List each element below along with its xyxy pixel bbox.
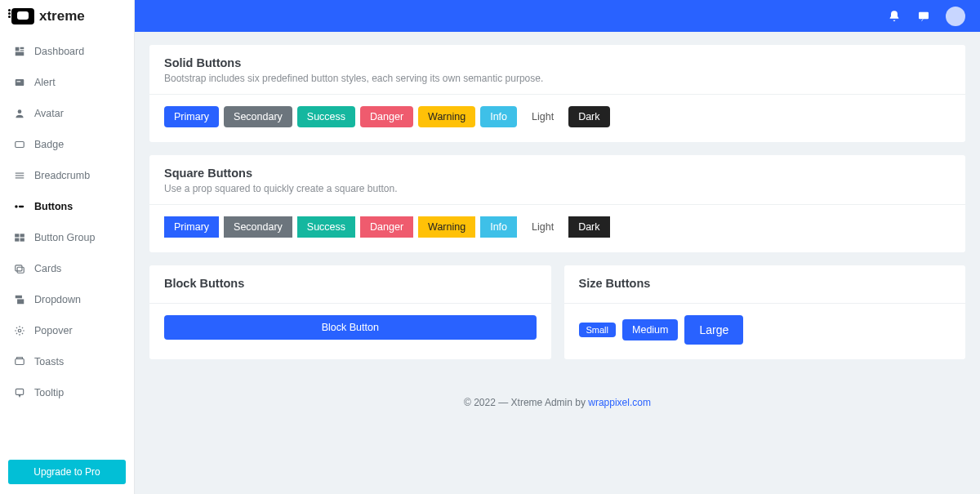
card-title: Block Buttons bbox=[164, 277, 537, 290]
svg-rect-3 bbox=[16, 52, 24, 56]
brand-logo-icon bbox=[11, 8, 34, 24]
sidebar-item-breadcrumb[interactable]: Breadcrumb bbox=[0, 160, 134, 191]
square-warning-button[interactable]: Warning bbox=[418, 216, 475, 238]
tooltip-icon bbox=[13, 386, 26, 399]
upgrade-button[interactable]: Upgrade to Pro bbox=[8, 460, 126, 484]
footer-text: © 2022 — Xtreme Admin by bbox=[464, 397, 588, 408]
svg-rect-13 bbox=[15, 234, 19, 237]
sidebar-item-buttons[interactable]: Buttons bbox=[0, 191, 134, 222]
user-avatar[interactable] bbox=[946, 7, 965, 26]
solid-warning-button[interactable]: Warning bbox=[418, 106, 475, 127]
svg-point-6 bbox=[18, 109, 22, 113]
card-solid-buttons: Solid Buttons Bootstrap includes six pre… bbox=[149, 45, 965, 142]
square-light-button[interactable]: Light bbox=[522, 216, 564, 238]
svg-rect-12 bbox=[19, 206, 24, 207]
sidebar-item-label: Tooltip bbox=[34, 387, 64, 398]
sidebar-item-cards[interactable]: Cards bbox=[0, 253, 134, 284]
svg-rect-2 bbox=[20, 50, 24, 51]
svg-rect-17 bbox=[16, 265, 22, 271]
main-content: Solid Buttons Bootstrap includes six pre… bbox=[135, 32, 980, 494]
sidebar-nav: Dashboard Alert Avatar Badge Breadcrumb … bbox=[0, 33, 134, 453]
sidebar-item-label: Cards bbox=[34, 263, 61, 274]
dropdown-icon bbox=[13, 293, 26, 306]
sidebar-item-avatar[interactable]: Avatar bbox=[0, 98, 134, 129]
svg-rect-20 bbox=[17, 299, 24, 304]
sidebar-item-toasts[interactable]: Toasts bbox=[0, 346, 134, 377]
footer-link[interactable]: wrappixel.com bbox=[588, 397, 651, 408]
card-size-buttons: Size Buttons Small Medium Large bbox=[564, 265, 966, 359]
sidebar-item-dashboard[interactable]: Dashboard bbox=[0, 36, 134, 67]
svg-rect-18 bbox=[17, 267, 24, 273]
square-success-button[interactable]: Success bbox=[297, 216, 355, 238]
sidebar-item-label: Breadcrumb bbox=[34, 170, 90, 181]
svg-rect-1 bbox=[20, 47, 24, 49]
size-large-button[interactable]: Large bbox=[684, 315, 743, 345]
size-medium-button[interactable]: Medium bbox=[622, 319, 678, 340]
badge-icon bbox=[13, 138, 26, 151]
sidebar-item-label: Alert bbox=[34, 77, 56, 88]
svg-rect-9 bbox=[16, 175, 24, 176]
solid-light-button[interactable]: Light bbox=[522, 106, 564, 127]
sidebar-item-label: Dashboard bbox=[34, 46, 84, 57]
square-secondary-button[interactable]: Secondary bbox=[224, 216, 292, 238]
svg-rect-19 bbox=[16, 296, 22, 299]
svg-rect-4 bbox=[16, 79, 24, 86]
notifications-icon[interactable] bbox=[887, 9, 902, 24]
brand[interactable]: xtreme bbox=[0, 0, 134, 33]
card-square-buttons: Square Buttons Use a prop squared to qui… bbox=[149, 155, 965, 252]
dashboard-icon bbox=[13, 45, 26, 58]
button-group-icon bbox=[13, 231, 26, 244]
brand-text: xtreme bbox=[39, 8, 85, 24]
breadcrumb-icon bbox=[13, 169, 26, 182]
svg-point-11 bbox=[15, 205, 18, 208]
sidebar-item-alert[interactable]: Alert bbox=[0, 67, 134, 98]
card-title: Size Buttons bbox=[579, 277, 951, 290]
square-info-button[interactable]: Info bbox=[480, 216, 517, 238]
solid-secondary-button[interactable]: Secondary bbox=[224, 106, 292, 127]
block-button[interactable]: Block Button bbox=[164, 315, 537, 340]
avatar-icon bbox=[13, 107, 26, 120]
sidebar-item-dropdown[interactable]: Dropdown bbox=[0, 284, 134, 315]
solid-info-button[interactable]: Info bbox=[480, 106, 517, 127]
square-danger-button[interactable]: Danger bbox=[360, 216, 413, 238]
svg-rect-7 bbox=[16, 142, 24, 148]
toasts-icon bbox=[13, 355, 26, 368]
buttons-icon bbox=[13, 200, 26, 213]
sidebar-item-label: Badge bbox=[34, 139, 64, 150]
sidebar-item-tooltip[interactable]: Tooltip bbox=[0, 377, 134, 408]
svg-rect-14 bbox=[20, 234, 24, 237]
sidebar-item-badge[interactable]: Badge bbox=[0, 129, 134, 160]
sidebar-item-label: Button Group bbox=[34, 232, 95, 243]
messages-icon[interactable] bbox=[916, 9, 931, 24]
footer: © 2022 — Xtreme Admin by wrappixel.com bbox=[149, 372, 965, 408]
sidebar-item-label: Dropdown bbox=[34, 294, 81, 305]
sidebar-item-popover[interactable]: Popover bbox=[0, 315, 134, 346]
sidebar-item-label: Buttons bbox=[34, 201, 73, 212]
card-desc: Bootstrap includes six predefined button… bbox=[164, 73, 951, 84]
svg-rect-16 bbox=[20, 238, 24, 242]
card-title: Solid Buttons bbox=[164, 56, 951, 69]
svg-rect-23 bbox=[17, 358, 23, 359]
svg-rect-5 bbox=[17, 81, 21, 82]
sidebar-item-label: Popover bbox=[34, 325, 73, 336]
popover-icon bbox=[13, 324, 26, 337]
sidebar-item-label: Avatar bbox=[34, 108, 64, 119]
svg-rect-0 bbox=[16, 47, 20, 51]
card-desc: Use a prop squared to quickly create a s… bbox=[164, 183, 951, 194]
size-small-button[interactable]: Small bbox=[579, 323, 617, 337]
solid-primary-button[interactable]: Primary bbox=[164, 106, 219, 127]
svg-point-21 bbox=[18, 329, 21, 332]
cards-icon bbox=[13, 262, 26, 275]
sidebar: xtreme Dashboard Alert Avatar Badge Brea… bbox=[0, 0, 135, 494]
card-block-buttons: Block Buttons Block Button bbox=[149, 265, 551, 359]
sidebar-item-label: Toasts bbox=[34, 356, 64, 367]
svg-rect-15 bbox=[15, 238, 19, 242]
svg-rect-10 bbox=[16, 177, 24, 178]
solid-danger-button[interactable]: Danger bbox=[360, 106, 413, 127]
sidebar-item-button-group[interactable]: Button Group bbox=[0, 222, 134, 253]
topbar bbox=[135, 0, 980, 32]
solid-dark-button[interactable]: Dark bbox=[568, 106, 609, 127]
solid-success-button[interactable]: Success bbox=[297, 106, 355, 127]
square-dark-button[interactable]: Dark bbox=[568, 216, 609, 238]
square-primary-button[interactable]: Primary bbox=[164, 216, 219, 238]
